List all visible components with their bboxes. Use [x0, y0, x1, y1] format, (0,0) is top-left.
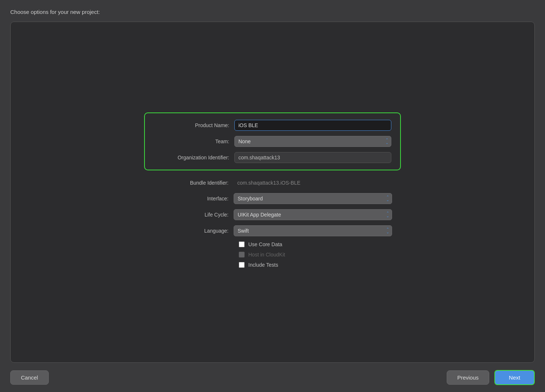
language-select[interactable]: Swift Objective-C [234, 225, 392, 236]
lifecycle-label: Life Cycle: [153, 212, 234, 218]
interface-select[interactable]: Storyboard SwiftUI [234, 193, 392, 204]
lifecycle-row: Life Cycle: UIKit App Delegate SwiftUI A… [153, 209, 392, 220]
include-tests-label: Include Tests [248, 262, 278, 268]
org-identifier-label: Organization Identifier: [154, 155, 234, 160]
language-select-wrapper: Swift Objective-C [234, 225, 392, 236]
interface-select-wrapper: Storyboard SwiftUI [234, 193, 392, 204]
use-core-data-checkbox[interactable] [239, 241, 245, 247]
host-in-cloudkit-checkbox[interactable] [239, 252, 245, 258]
team-label: Team: [154, 138, 234, 144]
use-core-data-row: Use Core Data [153, 241, 392, 247]
product-name-input[interactable] [234, 120, 391, 131]
team-select[interactable]: None [234, 136, 391, 147]
next-button[interactable]: Next [494, 370, 535, 385]
highlighted-fields: Product Name: Team: None Organization [144, 112, 401, 170]
previous-button[interactable]: Previous [447, 370, 489, 385]
non-highlighted-rows: Bundle Identifier: com.shaqattack13.iOS-… [144, 178, 401, 268]
org-identifier-input[interactable] [234, 152, 391, 163]
dialog-title: Choose options for your new project: [10, 9, 535, 15]
bottom-bar: Cancel Previous Next [0, 363, 545, 392]
lifecycle-select[interactable]: UIKit App Delegate SwiftUI App [234, 209, 392, 220]
product-name-row: Product Name: [154, 120, 391, 131]
bottom-right-buttons: Previous Next [447, 370, 535, 385]
form-wrapper: Product Name: Team: None Organization [144, 112, 401, 272]
dialog-container: Choose options for your new project: Pro… [0, 0, 545, 363]
interface-row: Interface: Storyboard SwiftUI [153, 193, 392, 204]
host-in-cloudkit-label: Host in CloudKit [248, 252, 285, 258]
lifecycle-select-wrapper: UIKit App Delegate SwiftUI App [234, 209, 392, 220]
bundle-identifier-value: com.shaqattack13.iOS-BLE [234, 178, 392, 188]
bundle-identifier-label: Bundle Identifier: [153, 180, 234, 186]
team-select-wrapper: None [234, 136, 391, 147]
include-tests-checkbox[interactable] [239, 262, 245, 268]
language-row: Language: Swift Objective-C [153, 225, 392, 236]
team-row: Team: None [154, 136, 391, 147]
org-identifier-row: Organization Identifier: [154, 152, 391, 163]
language-label: Language: [153, 228, 234, 234]
bundle-identifier-row: Bundle Identifier: com.shaqattack13.iOS-… [153, 178, 392, 188]
cancel-button[interactable]: Cancel [10, 370, 49, 385]
interface-label: Interface: [153, 196, 234, 201]
host-in-cloudkit-row: Host in CloudKit [153, 252, 392, 258]
use-core-data-label: Use Core Data [248, 241, 282, 247]
include-tests-row: Include Tests [153, 262, 392, 268]
content-area: Product Name: Team: None Organization [10, 22, 535, 363]
product-name-label: Product Name: [154, 122, 234, 128]
